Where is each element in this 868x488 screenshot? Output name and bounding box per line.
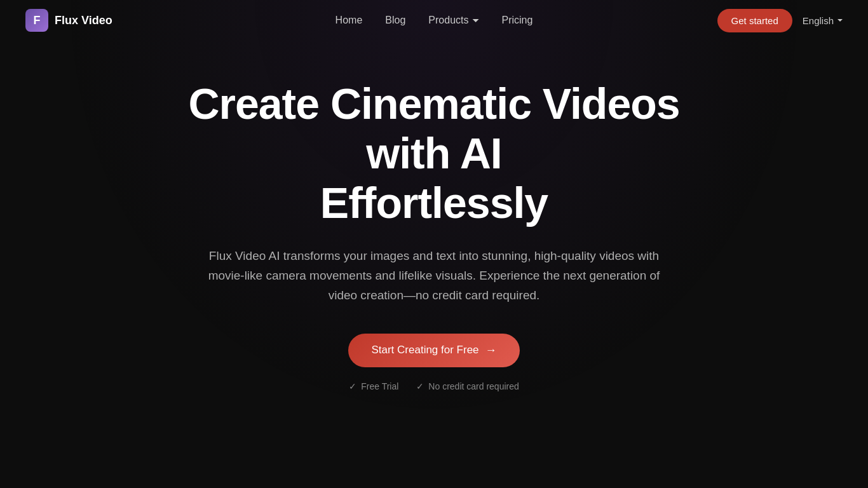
nav-links: Home Blog Products Pricing xyxy=(336,15,533,26)
brand-name: Flux Video xyxy=(55,14,112,27)
trust-badge-free-trial: ✓ Free Trial xyxy=(349,381,398,391)
nav-blog[interactable]: Blog xyxy=(385,15,405,26)
products-chevron-icon xyxy=(472,19,478,22)
language-chevron-icon xyxy=(837,19,843,22)
trust-badge-no-credit-card: ✓ No credit card required xyxy=(416,381,519,391)
logo-letter: F xyxy=(34,14,41,27)
check-icon-1: ✓ xyxy=(349,381,356,391)
language-label: English xyxy=(803,15,834,26)
trust-badges: ✓ Free Trial ✓ No credit card required xyxy=(349,381,519,391)
logo-icon: F xyxy=(25,9,48,32)
cta-button[interactable]: Start Creating for Free → xyxy=(348,334,519,367)
nav-products[interactable]: Products xyxy=(428,15,478,26)
nav-products-label: Products xyxy=(428,15,468,26)
language-selector[interactable]: English xyxy=(803,15,843,26)
navbar: F Flux Video Home Blog Products Pricing … xyxy=(0,0,868,41)
nav-pricing[interactable]: Pricing xyxy=(501,15,532,26)
hero-section: Create Cinematic Videos with AI Effortle… xyxy=(0,41,868,391)
cta-button-label: Start Creating for Free xyxy=(371,344,478,356)
hero-title-line2: Effortlessly xyxy=(320,179,548,227)
logo-link[interactable]: F Flux Video xyxy=(25,9,112,32)
badge-free-trial-label: Free Trial xyxy=(361,381,398,391)
nav-right: Get started English xyxy=(717,9,843,32)
get-started-button[interactable]: Get started xyxy=(717,9,792,32)
check-icon-2: ✓ xyxy=(416,381,424,391)
hero-subtitle: Flux Video AI transforms your images and… xyxy=(199,246,669,306)
badge-no-credit-card-label: No credit card required xyxy=(428,381,519,391)
hero-title: Create Cinematic Videos with AI Effortle… xyxy=(148,79,720,228)
cta-arrow-icon: → xyxy=(485,344,497,357)
hero-title-line1: Create Cinematic Videos with AI xyxy=(188,79,679,177)
nav-home[interactable]: Home xyxy=(336,15,363,26)
